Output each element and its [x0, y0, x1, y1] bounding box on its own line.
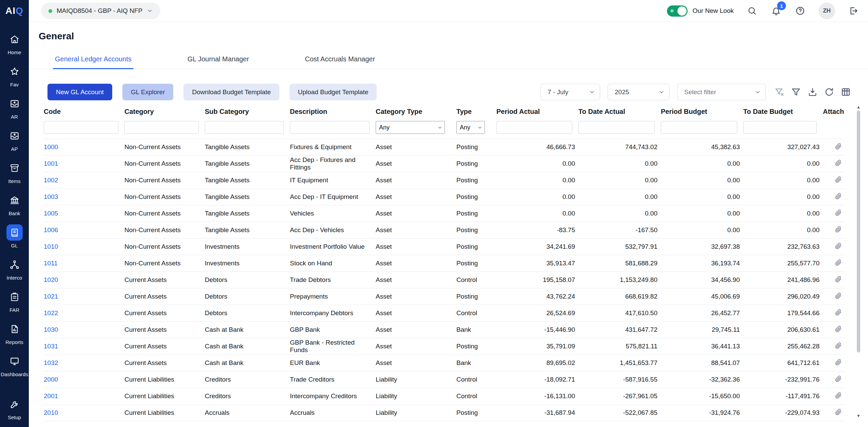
sidebar-item-interco[interactable]: Interco [0, 257, 29, 281]
gl-code-link[interactable]: 1031 [44, 343, 58, 350]
gl-code-link[interactable]: 1022 [44, 309, 58, 317]
sidebar-item-home[interactable]: Home [0, 31, 29, 55]
gl-code-link[interactable]: 1030 [44, 326, 58, 333]
sidebar-item-dashboards[interactable]: Dashboards [0, 353, 29, 377]
saved-filter-select[interactable]: Select filter [677, 84, 766, 100]
filter-input-code[interactable] [44, 121, 118, 134]
period-actual-cell[interactable]: 89,695.02 [496, 355, 578, 371]
period-actual-cell[interactable]: -18,092.71 [496, 371, 578, 388]
clear-filter-icon[interactable] [774, 87, 785, 97]
period-actual-cell[interactable]: 35,791.09 [496, 338, 578, 355]
company-selector[interactable]: MAIQD8504 - GBP - AIQ NFP [41, 3, 160, 19]
period-actual-cell[interactable]: -83.75 [496, 222, 578, 239]
to-date-actual-cell[interactable]: -267,961.05 [578, 388, 661, 405]
paperclip-icon[interactable] [835, 242, 842, 250]
filter-input-to-date-actual[interactable] [578, 121, 655, 134]
period-actual-cell[interactable]: 0.00 [496, 189, 578, 205]
paperclip-icon[interactable] [835, 143, 842, 151]
to-date-actual-cell[interactable]: 0.00 [578, 172, 661, 189]
gl-code-link[interactable]: 1020 [44, 276, 58, 283]
to-date-actual-cell[interactable]: 581,688.29 [578, 255, 661, 272]
scroll-up-arrow[interactable]: ▲ [856, 105, 861, 109]
scrollbar-thumb[interactable] [857, 110, 860, 352]
gl-code-link[interactable]: 1005 [44, 210, 58, 217]
gl-code-link[interactable]: 1000 [44, 143, 58, 150]
period-actual-cell[interactable]: -31,687.94 [496, 405, 578, 421]
sidebar-item-ar[interactable]: AR [0, 96, 29, 120]
tab-cost-accruals-manager[interactable]: Cost Accruals Manager [305, 55, 375, 69]
scroll-down-arrow[interactable]: ▼ [856, 414, 861, 418]
to-date-actual-cell[interactable]: 431,647.72 [578, 322, 661, 338]
period-actual-cell[interactable]: -15,446.90 [496, 322, 578, 338]
gl-explorer-button[interactable]: GL Explorer [122, 84, 174, 100]
gl-code-link[interactable]: 1003 [44, 193, 58, 200]
paperclip-icon[interactable] [835, 259, 842, 267]
sidebar-item-items[interactable]: Items [0, 160, 29, 184]
gl-code-link[interactable]: 1010 [44, 243, 58, 250]
filter-input-period-budget[interactable] [661, 121, 737, 134]
logout-icon[interactable] [848, 5, 859, 17]
gl-code-link[interactable]: 1006 [44, 226, 58, 233]
period-actual-cell[interactable]: 0.00 [496, 172, 578, 189]
period-actual-cell[interactable]: 195,158.07 [496, 272, 578, 288]
gl-code-link[interactable]: 2000 [44, 376, 58, 383]
gl-code-link[interactable]: 1021 [44, 293, 58, 300]
paperclip-icon[interactable] [835, 408, 842, 416]
paperclip-icon[interactable] [835, 375, 842, 383]
filter-select-category-type[interactable]: Any [376, 121, 445, 134]
period-actual-cell[interactable]: 43,762.24 [496, 288, 578, 305]
filter-input-to-date-budget[interactable] [743, 121, 817, 134]
paperclip-icon[interactable] [835, 276, 842, 284]
period-actual-cell[interactable]: 0.00 [496, 156, 578, 172]
period-actual-cell[interactable]: 34,241.69 [496, 239, 578, 255]
search-icon[interactable] [746, 5, 758, 17]
to-date-actual-cell[interactable]: -522,067.85 [578, 405, 661, 421]
sidebar-item-fav[interactable]: Fav [0, 63, 29, 87]
to-date-actual-cell[interactable]: 668,619.82 [578, 288, 661, 305]
paperclip-icon[interactable] [835, 176, 842, 184]
paperclip-icon[interactable] [835, 309, 842, 317]
filter-input-category[interactable] [124, 121, 199, 134]
to-date-actual-cell[interactable]: 744,743.02 [578, 139, 661, 156]
filter-select-type[interactable]: Any [456, 121, 485, 134]
new-look-toggle[interactable] [667, 5, 688, 17]
to-date-actual-cell[interactable]: 575,821.11 [578, 338, 661, 355]
to-date-actual-cell[interactable]: 0.00 [578, 189, 661, 205]
gl-code-link[interactable]: 2001 [44, 392, 58, 400]
paperclip-icon[interactable] [835, 292, 842, 300]
gl-code-link[interactable]: 1002 [44, 177, 58, 184]
paperclip-icon[interactable] [835, 192, 842, 201]
period-actual-cell[interactable]: -16,131.00 [496, 388, 578, 405]
upload-budget-template-button[interactable]: Upload Budget Template [290, 84, 377, 100]
gl-code-link[interactable]: 1001 [44, 160, 58, 167]
columns-icon[interactable] [841, 87, 851, 97]
filter-icon[interactable] [791, 87, 801, 97]
to-date-actual-cell[interactable]: 417,610.50 [578, 305, 661, 322]
refresh-icon[interactable] [824, 87, 834, 97]
filter-input-description[interactable] [290, 121, 370, 134]
to-date-actual-cell[interactable]: 1,451,653.77 [578, 355, 661, 371]
avatar[interactable]: ZH [818, 3, 835, 19]
paperclip-icon[interactable] [835, 342, 842, 350]
to-date-actual-cell[interactable]: 0.00 [578, 156, 661, 172]
sidebar-item-gl[interactable]: GL [0, 224, 29, 248]
paperclip-icon[interactable] [835, 359, 842, 367]
year-select[interactable]: 2025 [608, 84, 670, 100]
new-gl-account-button[interactable]: New GL Account [47, 84, 112, 100]
tab-gl-journal-manager[interactable]: GL Journal Manager [188, 55, 249, 69]
help-icon[interactable] [794, 5, 806, 17]
download-budget-template-button[interactable]: Download Budget Template [183, 84, 279, 100]
to-date-actual-cell[interactable]: -587,916.55 [578, 371, 661, 388]
period-actual-cell[interactable]: 46,666.73 [496, 139, 578, 156]
sidebar-item-far[interactable]: FAR [0, 289, 29, 313]
gl-code-link[interactable]: 1011 [44, 260, 58, 267]
sidebar-item-bank[interactable]: Bank [0, 192, 29, 216]
notifications-bell-icon[interactable]: 1 [770, 5, 782, 17]
to-date-actual-cell[interactable]: 1,153,249.80 [578, 272, 661, 288]
gl-code-link[interactable]: 1032 [44, 359, 58, 366]
export-icon[interactable] [807, 87, 818, 97]
period-actual-cell[interactable]: 26,524.69 [496, 305, 578, 322]
period-select[interactable]: 7 - July [540, 84, 600, 100]
sidebar-item-setup[interactable]: Setup [0, 396, 29, 420]
to-date-actual-cell[interactable]: 532,797.91 [578, 239, 661, 255]
